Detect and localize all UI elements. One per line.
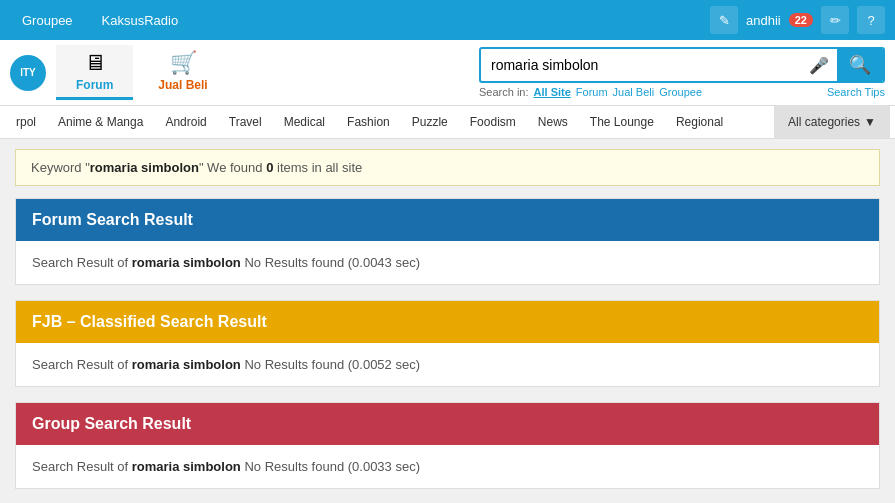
microphone-icon[interactable]: 🎤 [801,51,837,80]
nav-groupee[interactable]: Groupee [10,5,85,36]
main-content: Keyword "romaria simbolon" We found 0 it… [0,139,895,503]
forum-result-prefix: Search Result of [32,255,132,270]
cat-lounge[interactable]: The Lounge [579,106,665,138]
nav-forum[interactable]: 🖥 Forum [56,45,133,100]
keyword-count-suffix: items in all site [273,160,362,175]
group-result-header: Group Search Result [16,403,879,445]
forum-result-section: Forum Search Result Search Result of rom… [15,198,880,285]
pencil-icon[interactable]: ✏ [821,6,849,34]
all-categories-button[interactable]: All categories ▼ [774,106,890,138]
search-input[interactable] [481,52,801,78]
group-result-prefix: Search Result of [32,459,132,474]
cat-regional[interactable]: Regional [665,106,734,138]
top-nav-left: Groupee KaksusRadio [10,5,190,36]
all-categories-label: All categories [788,115,860,129]
search-tips-link[interactable]: Search Tips [827,86,885,98]
jual-beli-icon: 🛒 [170,50,197,76]
search-option-groupee[interactable]: Groupee [659,86,702,98]
search-bar: 🎤 🔍 [479,47,885,83]
search-button[interactable]: 🔍 [837,49,883,81]
cat-medical[interactable]: Medical [273,106,336,138]
notification-badge[interactable]: 22 [789,13,813,27]
cat-foodism[interactable]: Foodism [459,106,527,138]
fjb-result-section: FJB – Classified Search Result Search Re… [15,300,880,387]
site-header: ITY 🖥 Forum 🛒 Jual Beli 🎤 🔍 Search in: A… [0,40,895,106]
cat-fashion[interactable]: Fashion [336,106,401,138]
edit-icon[interactable]: ✎ [710,6,738,34]
search-option-jual-beli[interactable]: Jual Beli [613,86,655,98]
logo-area: ITY [10,55,46,91]
fjb-result-keyword: romaria simbolon [132,357,241,372]
search-option-forum[interactable]: Forum [576,86,608,98]
keyword-suffix: " We found [199,160,266,175]
forum-result-keyword: romaria simbolon [132,255,241,270]
cat-rpol[interactable]: rpol [5,106,47,138]
search-options: Search in: All Site Forum Jual Beli Grou… [479,86,885,98]
cat-android[interactable]: Android [154,106,217,138]
group-result-section: Group Search Result Search Result of rom… [15,402,880,489]
forum-result-suffix: No Results found (0.0043 sec) [241,255,420,270]
help-icon[interactable]: ? [857,6,885,34]
fjb-result-body: Search Result of romaria simbolon No Res… [16,343,879,386]
search-area: 🎤 🔍 Search in: All Site Forum Jual Beli … [479,47,885,98]
category-nav: rpol Anime & Manga Android Travel Medica… [0,106,895,139]
fjb-result-prefix: Search Result of [32,357,132,372]
forum-icon: 🖥 [84,50,106,76]
top-nav-right: ✎ andhii 22 ✏ ? [710,6,885,34]
nav-jual-beli[interactable]: 🛒 Jual Beli [138,45,227,100]
cat-travel[interactable]: Travel [218,106,273,138]
fjb-result-suffix: No Results found (0.0052 sec) [241,357,420,372]
group-result-keyword: romaria simbolon [132,459,241,474]
forum-result-body: Search Result of romaria simbolon No Res… [16,241,879,284]
cat-puzzle[interactable]: Puzzle [401,106,459,138]
keyword-prefix: Keyword " [31,160,90,175]
keyword-bar: Keyword "romaria simbolon" We found 0 it… [15,149,880,186]
fjb-result-header: FJB – Classified Search Result [16,301,879,343]
jual-beli-label: Jual Beli [158,78,207,92]
group-result-body: Search Result of romaria simbolon No Res… [16,445,879,488]
site-logo: ITY [10,55,46,91]
cat-news[interactable]: News [527,106,579,138]
search-in-label: Search in: [479,86,529,98]
forum-label: Forum [76,78,113,92]
top-navbar: Groupee KaksusRadio ✎ andhii 22 ✏ ? [0,0,895,40]
forum-result-header: Forum Search Result [16,199,879,241]
header-nav-icons: 🖥 Forum 🛒 Jual Beli [56,45,228,100]
nav-kaksusradio[interactable]: KaksusRadio [90,5,191,36]
username-label: andhii [746,13,781,28]
dropdown-arrow-icon: ▼ [864,115,876,129]
keyword-text: romaria simbolon [90,160,199,175]
group-result-suffix: No Results found (0.0033 sec) [241,459,420,474]
cat-anime[interactable]: Anime & Manga [47,106,154,138]
search-option-all-site[interactable]: All Site [534,86,571,98]
